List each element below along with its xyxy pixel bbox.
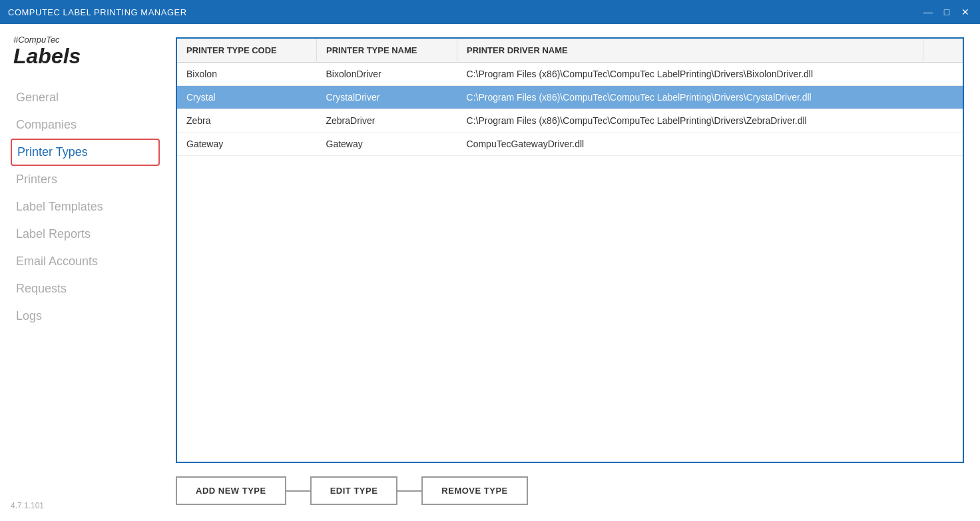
content-area: PRINTER TYPE CODE PRINTER TYPE NAME PRIN… bbox=[160, 24, 980, 521]
sidebar-item-label-reports[interactable]: Label Reports bbox=[11, 221, 160, 248]
col-header-code: PRINTER TYPE CODE bbox=[177, 39, 317, 63]
sidebar-item-label-templates[interactable]: Label Templates bbox=[11, 193, 160, 221]
sidebar-item-logs[interactable]: Logs bbox=[11, 302, 160, 330]
cell-extra-0 bbox=[923, 63, 963, 86]
cell-driver-3: CompuTecGatewayDriver.dll bbox=[457, 133, 923, 156]
cell-name-1: CrystalDriver bbox=[317, 86, 457, 109]
edit-type-button[interactable]: EDIT TYPE bbox=[310, 476, 398, 505]
connector-1 bbox=[286, 490, 310, 492]
sidebar-item-requests[interactable]: Requests bbox=[11, 275, 160, 302]
title-bar: COMPUTEC LABEL PRINTING MANAGER — □ ✕ bbox=[0, 0, 980, 24]
window-controls: — □ ✕ bbox=[921, 7, 972, 17]
action-buttons: ADD NEW TYPE EDIT TYPE REMOVE TYPE bbox=[176, 476, 964, 508]
sidebar-item-email-accounts[interactable]: Email Accounts bbox=[11, 248, 160, 275]
printer-types-table: PRINTER TYPE CODE PRINTER TYPE NAME PRIN… bbox=[177, 39, 963, 156]
sidebar-item-printer-types[interactable]: Printer Types bbox=[11, 139, 160, 166]
sidebar-item-general[interactable]: General bbox=[11, 84, 160, 111]
col-header-extra bbox=[923, 39, 963, 63]
app-title: COMPUTEC LABEL PRINTING MANAGER bbox=[8, 7, 187, 17]
add-new-type-button[interactable]: ADD NEW TYPE bbox=[176, 476, 286, 505]
table-row[interactable]: CrystalCrystalDriverC:\Program Files (x8… bbox=[177, 86, 963, 109]
printer-types-table-container: PRINTER TYPE CODE PRINTER TYPE NAME PRIN… bbox=[176, 37, 964, 463]
minimize-button[interactable]: — bbox=[921, 7, 935, 17]
col-header-name: PRINTER TYPE NAME bbox=[317, 39, 457, 63]
logo-hashtag: #CompuTec bbox=[13, 35, 160, 45]
cell-extra-2 bbox=[923, 109, 963, 133]
cell-driver-0: C:\Program Files (x86)\CompuTec\CompuTec… bbox=[457, 63, 923, 86]
col-header-driver: PRINTER DRIVER NAME bbox=[457, 39, 923, 63]
cell-name-0: BixolonDriver bbox=[317, 63, 457, 86]
logo-area: #CompuTec Labels bbox=[11, 35, 160, 68]
table-row[interactable]: BixolonBixolonDriverC:\Program Files (x8… bbox=[177, 63, 963, 86]
sidebar-item-companies[interactable]: Companies bbox=[11, 111, 160, 139]
cell-extra-1 bbox=[923, 86, 963, 109]
cell-code-3: Gateway bbox=[177, 133, 317, 156]
maximize-button[interactable]: □ bbox=[940, 7, 953, 17]
main-content: #CompuTec Labels General Companies Print… bbox=[0, 24, 980, 521]
sidebar: #CompuTec Labels General Companies Print… bbox=[0, 24, 160, 521]
connector-2 bbox=[397, 490, 421, 492]
sidebar-item-printers[interactable]: Printers bbox=[11, 166, 160, 193]
table-body: BixolonBixolonDriverC:\Program Files (x8… bbox=[177, 63, 963, 156]
version-label: 4.7.1.101 bbox=[11, 501, 44, 510]
remove-type-button[interactable]: REMOVE TYPE bbox=[421, 476, 527, 505]
cell-driver-2: C:\Program Files (x86)\CompuTec\CompuTec… bbox=[457, 109, 923, 133]
cell-driver-1: C:\Program Files (x86)\CompuTec\CompuTec… bbox=[457, 86, 923, 109]
close-button[interactable]: ✕ bbox=[959, 7, 972, 17]
cell-name-3: Gateway bbox=[317, 133, 457, 156]
cell-code-1: Crystal bbox=[177, 86, 317, 109]
cell-code-0: Bixolon bbox=[177, 63, 317, 86]
logo-labels: Labels bbox=[13, 45, 160, 68]
cell-name-2: ZebraDriver bbox=[317, 109, 457, 133]
table-row[interactable]: GatewayGatewayCompuTecGatewayDriver.dll bbox=[177, 133, 963, 156]
table-row[interactable]: ZebraZebraDriverC:\Program Files (x86)\C… bbox=[177, 109, 963, 133]
cell-code-2: Zebra bbox=[177, 109, 317, 133]
table-header-row: PRINTER TYPE CODE PRINTER TYPE NAME PRIN… bbox=[177, 39, 963, 63]
cell-extra-3 bbox=[923, 133, 963, 156]
